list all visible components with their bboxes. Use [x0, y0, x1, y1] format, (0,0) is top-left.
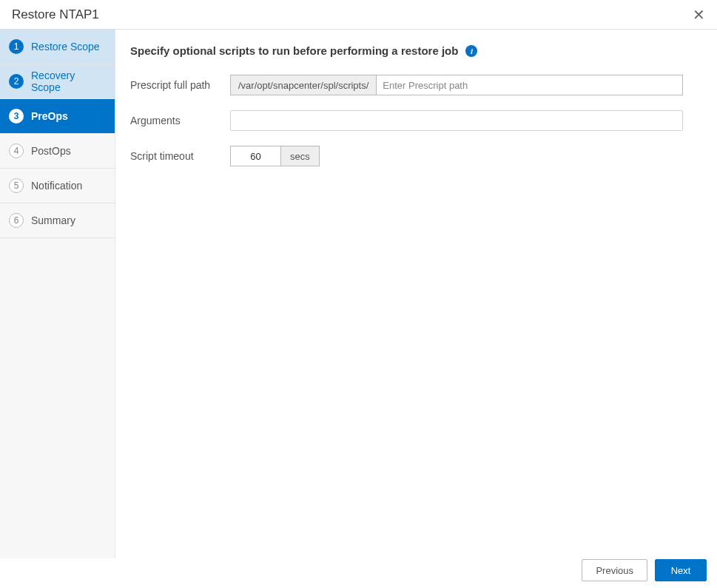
step-label: Restore Scope	[31, 41, 100, 53]
step-label: Recovery Scope	[31, 70, 106, 93]
prescript-prefix: /var/opt/snapcenter/spl/scripts/	[230, 75, 376, 95]
step-label: Summary	[31, 214, 75, 226]
dialog-footer: Previous Next	[0, 558, 717, 588]
info-icon[interactable]: i	[465, 45, 477, 57]
timeout-row: Script timeout secs	[130, 146, 683, 166]
step-label: PostOps	[31, 145, 71, 157]
prescript-path-input[interactable]	[376, 75, 683, 95]
step-label: Notification	[31, 180, 82, 192]
step-number: 4	[9, 143, 24, 158]
step-summary[interactable]: 6 Summary	[0, 203, 115, 238]
prescript-row: Prescript full path /var/opt/snapcenter/…	[130, 75, 683, 95]
previous-button[interactable]: Previous	[582, 559, 647, 581]
content-heading-row: Specify optional scripts to run before p…	[130, 44, 683, 57]
arguments-row: Arguments	[130, 110, 683, 131]
timeout-label: Script timeout	[130, 150, 230, 162]
close-icon[interactable]: ✕	[693, 7, 705, 22]
wizard-content: Specify optional scripts to run before p…	[115, 30, 717, 558]
dialog-header: Restore NTAP1 ✕	[0, 0, 717, 30]
arguments-label: Arguments	[130, 115, 230, 126]
step-number: 5	[9, 178, 24, 193]
dialog-body: 1 Restore Scope 2 Recovery Scope 3 PreOp…	[0, 30, 717, 558]
step-number: 1	[9, 39, 24, 54]
step-postops[interactable]: 4 PostOps	[0, 134, 115, 169]
step-label: PreOps	[31, 110, 68, 122]
timeout-input[interactable]	[230, 146, 280, 166]
step-recovery-scope[interactable]: 2 Recovery Scope	[0, 64, 115, 99]
wizard-sidebar: 1 Restore Scope 2 Recovery Scope 3 PreOp…	[0, 30, 115, 558]
content-heading: Specify optional scripts to run before p…	[130, 44, 458, 57]
step-number: 2	[9, 74, 24, 89]
arguments-input[interactable]	[230, 110, 683, 131]
step-number: 6	[9, 213, 24, 228]
step-preops[interactable]: 3 PreOps	[0, 99, 115, 134]
step-notification[interactable]: 5 Notification	[0, 169, 115, 203]
dialog-title: Restore NTAP1	[12, 7, 99, 22]
prescript-label: Prescript full path	[130, 79, 230, 91]
step-restore-scope[interactable]: 1 Restore Scope	[0, 30, 115, 64]
step-number: 3	[9, 109, 24, 124]
timeout-unit: secs	[280, 146, 320, 166]
next-button[interactable]: Next	[655, 559, 707, 581]
